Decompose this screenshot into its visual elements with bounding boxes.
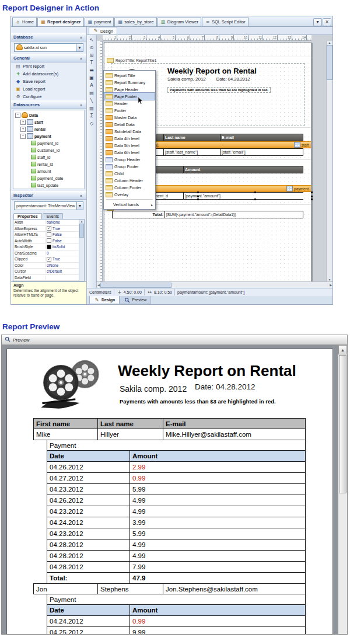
- preview-vertical-scrollbar[interactable]: ▲: [338, 345, 347, 635]
- bottom-tab-preview[interactable]: Preview: [120, 296, 151, 304]
- checkbox-checked-icon[interactable]: ✓: [47, 257, 51, 262]
- scroll-left-icon[interactable]: ◀: [97, 283, 100, 287]
- menu-item-subdetail-data[interactable]: Subdetail Data: [104, 128, 155, 135]
- menu-item-detail-data[interactable]: Detail Data: [104, 121, 155, 128]
- menu-item-footer[interactable]: Footer: [104, 107, 155, 114]
- tree-item-last_update[interactable]: last_update: [13, 182, 84, 189]
- col-amount[interactable]: Amount: [183, 166, 303, 173]
- tool-richtext-icon[interactable]: A: [88, 82, 95, 89]
- tree-item-payment_id[interactable]: payment_id: [13, 140, 84, 147]
- menu-item-group-footer[interactable]: Group Footer: [104, 163, 155, 170]
- tab-design[interactable]: ✎ Design: [89, 27, 117, 34]
- collapse-expander-icon[interactable]: −: [20, 134, 26, 139]
- report-title-band-header[interactable]: ReportTitle: ReportTitle1: [104, 57, 311, 63]
- menu-item-child[interactable]: Child: [104, 170, 155, 177]
- inspector-panel-header[interactable]: Inspector »: [11, 191, 86, 200]
- scroll-right-icon[interactable]: ▶: [330, 283, 332, 287]
- checkbox-checked-icon[interactable]: ✓: [47, 226, 51, 231]
- scroll-up-icon[interactable]: ▲: [328, 41, 331, 44]
- menu-item-data-6th-level[interactable]: Data 6th level: [104, 149, 155, 156]
- design-report-date[interactable]: Date: 04.28.2012: [216, 76, 250, 82]
- tool-picture-icon[interactable]: ▣: [88, 75, 95, 81]
- sidebar-item-configure[interactable]: ⚙Configure: [11, 93, 86, 100]
- inspector-tab-events[interactable]: Events: [43, 213, 63, 219]
- property-row[interactable]: AlignbaNone: [13, 220, 79, 226]
- tab-report-designer[interactable]: ▦Report designer: [37, 17, 84, 26]
- selection-handles[interactable]: [198, 192, 312, 200]
- tree-item-staff_id[interactable]: staff_id: [13, 154, 84, 161]
- dropdown-arrow-icon[interactable]: ▾: [76, 202, 83, 210]
- tree-item-staff[interactable]: +staff: [13, 119, 84, 126]
- property-row[interactable]: CharSpacing0: [13, 250, 79, 257]
- menu-item-overlay[interactable]: Overlay: [104, 191, 155, 198]
- total-expression[interactable]: [SUM(<payment."amount">,DetailData1)]: [164, 211, 303, 218]
- property-value[interactable]: ✓True: [46, 257, 79, 262]
- tree-item-Data[interactable]: −Data: [13, 112, 84, 119]
- menu-item-report-summary[interactable]: Report Summary: [104, 79, 155, 86]
- checkbox-unchecked-icon[interactable]: [47, 232, 51, 237]
- tool-chart-icon[interactable]: ▥: [88, 105, 95, 112]
- property-row[interactable]: Clipped✓True: [13, 256, 79, 263]
- property-value[interactable]: bsSolid: [46, 245, 79, 249]
- property-value[interactable]: baNone: [46, 220, 79, 224]
- property-value[interactable]: clNone: [46, 263, 79, 267]
- expand-expander-icon[interactable]: +: [20, 127, 26, 132]
- total-label[interactable]: Total:: [112, 211, 164, 218]
- bottom-tab-design[interactable]: ✎Design: [89, 296, 120, 304]
- dropdown-arrow-icon[interactable]: ▾: [76, 44, 83, 51]
- expand-expander-icon[interactable]: +: [20, 120, 26, 125]
- tree-item-customer_id[interactable]: customer_id: [13, 147, 84, 154]
- property-value[interactable]: 0: [46, 251, 79, 255]
- tab-sales-by-store[interactable]: ▦sales_by_store: [114, 17, 156, 26]
- preview-title-bar[interactable]: Preview: [2, 335, 347, 345]
- tool-line-icon[interactable]: ╲: [88, 98, 95, 104]
- design-report-note[interactable]: Payments with amounts less than $3 are h…: [167, 87, 271, 93]
- sidebar-item-save-report[interactable]: ◆Save report: [11, 78, 86, 85]
- menu-item-column-footer[interactable]: Column Footer: [104, 184, 155, 191]
- menu-item-vertical-bands[interactable]: Vertical bands▸: [104, 201, 155, 208]
- scroll-up-icon[interactable]: ▲: [80, 220, 83, 223]
- menu-item-master-data[interactable]: Master Data: [104, 114, 155, 121]
- menu-item-column-header[interactable]: Column Header: [104, 177, 155, 184]
- property-value[interactable]: False: [46, 232, 79, 237]
- tool-shape-icon[interactable]: ◇: [88, 120, 95, 127]
- canvas-horizontal-scrollbar[interactable]: ◀ ▶: [97, 281, 332, 288]
- scrollbar-thumb[interactable]: [100, 283, 172, 288]
- tool-text-icon[interactable]: T: [88, 60, 95, 66]
- tab-sql-script-editor[interactable]: ≡SQL Script Editor: [202, 17, 249, 26]
- property-row[interactable]: CursorcrDefault: [13, 269, 79, 275]
- property-row[interactable]: AutoWidthFalse: [13, 238, 79, 245]
- menu-item-data-5th-level[interactable]: Data 5th level: [104, 142, 155, 149]
- col-last-name[interactable]: Last name: [163, 134, 220, 141]
- tool-pointer-icon[interactable]: ↖: [88, 37, 95, 43]
- tree-item-rental[interactable]: +rental: [13, 126, 84, 133]
- menu-item-header[interactable]: Header: [104, 100, 155, 107]
- property-row[interactable]: ColorclNone: [13, 263, 79, 269]
- menu-item-group-header[interactable]: Group Header: [104, 156, 155, 163]
- field-last-name[interactable]: [staff."last_name"]: [163, 148, 220, 156]
- property-row[interactable]: AllowExpress✓True: [13, 226, 79, 232]
- sidebar-item-add-datasource-s-[interactable]: +Add datasource(s): [11, 70, 86, 78]
- sidebar-item-print-report[interactable]: ▤Print report: [11, 62, 86, 70]
- tool-band-tool-icon[interactable]: ▬: [88, 67, 95, 74]
- database-panel-header[interactable]: Database »: [11, 33, 86, 41]
- inspector-tab-properties[interactable]: Properties: [13, 213, 42, 219]
- tree-item-payment_date[interactable]: payment_date: [13, 175, 84, 182]
- tab-scroll-button[interactable]: ▾: [313, 18, 322, 26]
- sidebar-item-load-report[interactable]: ▣Load report: [11, 85, 86, 93]
- datasources-panel-header[interactable]: Datasources »: [11, 100, 86, 109]
- general-panel-header[interactable]: General »: [11, 54, 86, 62]
- database-select[interactable]: sakila at sun ▾: [14, 43, 83, 52]
- scrollbar-thumb[interactable]: [79, 224, 84, 238]
- scrollbar-thumb[interactable]: [339, 355, 346, 493]
- collapse-expander-icon[interactable]: −: [15, 113, 20, 118]
- menu-item-data-4th-level[interactable]: Data 4th level: [104, 135, 155, 142]
- inspector-object-select[interactable]: paymentamount: TfrxMemoView ▾: [14, 201, 83, 210]
- property-value[interactable]: False: [46, 238, 79, 243]
- tool-hand-icon[interactable]: ⊞: [88, 52, 95, 58]
- menu-item-report-title[interactable]: Report Title: [104, 72, 155, 79]
- field-email[interactable]: [staff."email"]: [220, 148, 303, 156]
- col-email[interactable]: E-mail: [220, 134, 303, 141]
- menu-item-page-header[interactable]: Page Header: [104, 86, 155, 93]
- property-row[interactable]: AllowHTMLTaFalse: [13, 232, 79, 238]
